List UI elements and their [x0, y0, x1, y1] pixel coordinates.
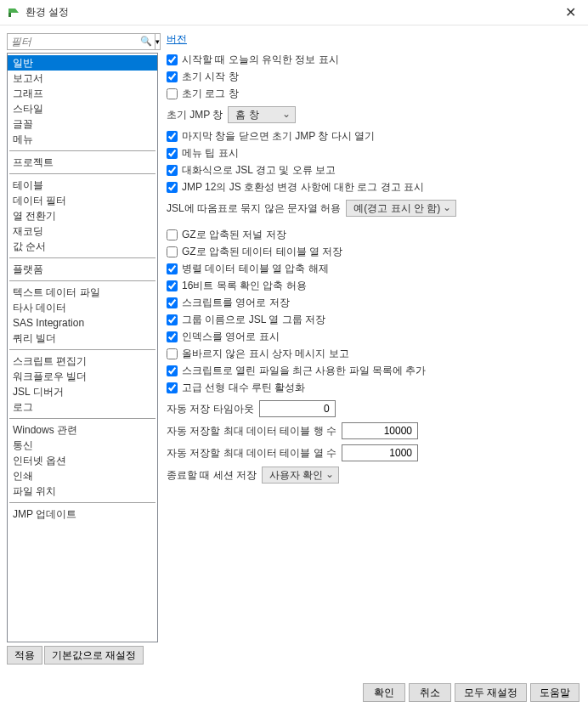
checkbox-row: 16비트 목록 확인 압축 허용: [167, 278, 581, 293]
option-checkbox[interactable]: [167, 88, 178, 99]
initial-window-select[interactable]: 홈 창: [228, 106, 296, 123]
jsl-quote-label: JSL에 따옴표로 묶지 않은 문자열 허용: [167, 201, 341, 216]
autosave-cols-label: 자동 저장할 최대 데이터 테이블 열 수: [167, 446, 336, 461]
category-item[interactable]: 그래프: [8, 86, 157, 101]
option-checkbox[interactable]: [167, 131, 178, 142]
help-button[interactable]: 도움말: [530, 683, 580, 702]
apply-button[interactable]: 적용: [7, 646, 42, 665]
filter-input[interactable]: [7, 33, 155, 50]
autosave-cols-input[interactable]: [342, 444, 418, 461]
category-item[interactable]: 스타일: [8, 101, 157, 116]
option-checkbox[interactable]: [167, 365, 178, 376]
category-item[interactable]: 플랫폼: [8, 262, 157, 277]
svg-marker-0: [8, 8, 19, 13]
option-label: 인덱스를 영어로 표시: [182, 329, 280, 344]
option-label: 16비트 목록 확인 압축 허용: [182, 278, 307, 293]
autosave-rows-label: 자동 저장할 최대 데이터 테이블 행 수: [167, 424, 336, 438]
settings-panel: 버전 시작할 때 오늘의 유익한 정보 표시초기 시작 창초기 로그 창 초기 …: [167, 32, 581, 665]
option-label: 마지막 창을 닫으면 초기 JMP 창 다시 열기: [182, 128, 375, 144]
option-checkbox[interactable]: [167, 165, 178, 176]
option-label: 초기 시작 창: [182, 69, 239, 84]
category-item[interactable]: 인쇄: [8, 468, 157, 484]
category-item[interactable]: 열 전환기: [8, 208, 157, 223]
checkbox-row: 스크립트로 열린 파일을 최근 사용한 파일 목록에 추가: [167, 363, 581, 378]
checkbox-row: 대화식으로 JSL 경고 및 오류 보고: [167, 162, 581, 178]
option-label: 그룹 이름으로 JSL 열 그룹 저장: [182, 312, 325, 327]
category-item[interactable]: 값 순서: [8, 239, 157, 254]
category-item[interactable]: 인터넷 옵션: [8, 453, 157, 468]
category-item[interactable]: Windows 관련: [8, 422, 157, 438]
checkbox-row: 마지막 창을 닫으면 초기 JMP 창 다시 열기: [167, 128, 581, 144]
option-checkbox[interactable]: [167, 182, 178, 193]
session-save-select[interactable]: 사용자 확인: [262, 467, 339, 484]
option-checkbox[interactable]: [167, 331, 178, 342]
category-list[interactable]: 일반보고서그래프스타일글꼴메뉴프로젝트테이블데이터 필터열 전환기재코딩값 순서…: [7, 53, 158, 642]
cancel-button[interactable]: 취소: [409, 683, 451, 702]
category-item[interactable]: 재코딩: [8, 223, 157, 239]
option-checkbox[interactable]: [167, 246, 178, 257]
checkbox-row: 시작할 때 오늘의 유익한 정보 표시: [167, 52, 581, 67]
autosave-timeout-label: 자동 저장 타임아웃: [167, 402, 254, 416]
option-checkbox[interactable]: [167, 382, 178, 393]
category-item[interactable]: 일반: [8, 55, 157, 71]
checkbox-row: 초기 로그 창: [167, 86, 581, 101]
autosave-timeout-input[interactable]: [259, 400, 336, 417]
category-separator: [9, 173, 155, 174]
category-item[interactable]: 스크립트 편집기: [8, 354, 157, 369]
option-checkbox[interactable]: [167, 314, 178, 325]
category-item[interactable]: 텍스트 데이터 파일: [8, 285, 157, 300]
option-label: 시작할 때 오늘의 유익한 정보 표시: [182, 52, 339, 67]
option-label: GZ로 압축된 데이터 테이블 열 저장: [182, 244, 342, 259]
option-label: 스크립트로 열린 파일을 최근 사용한 파일 목록에 추가: [182, 363, 426, 378]
category-item[interactable]: 메뉴: [8, 132, 157, 147]
category-item[interactable]: 테이블: [8, 178, 157, 193]
category-item[interactable]: 보고서: [8, 71, 157, 86]
category-separator: [9, 280, 155, 281]
checkbox-row: 그룹 이름으로 JSL 열 그룹 저장: [167, 312, 581, 327]
initial-window-label: 초기 JMP 창: [167, 108, 223, 122]
checkbox-row: 병렬 데이터 테이블 열 압축 해제: [167, 261, 581, 276]
option-checkbox[interactable]: [167, 280, 178, 291]
category-separator: [9, 418, 155, 419]
option-checkbox[interactable]: [167, 71, 178, 82]
category-item[interactable]: 데이터 필터: [8, 193, 157, 208]
category-separator: [9, 150, 155, 151]
category-item[interactable]: SAS Integration: [8, 315, 157, 331]
autosave-rows-input[interactable]: [342, 422, 418, 439]
app-icon: [7, 6, 20, 20]
category-item[interactable]: JSL 디버거: [8, 384, 157, 399]
option-label: 대화식으로 JSL 경고 및 오류 보고: [182, 162, 336, 178]
category-item[interactable]: 파일 위치: [8, 484, 157, 499]
option-checkbox[interactable]: [167, 297, 178, 308]
option-checkbox[interactable]: [167, 348, 178, 359]
option-label: 스크립트를 영어로 저장: [182, 295, 290, 310]
option-label: 고급 선형 대수 루틴 활성화: [182, 380, 305, 395]
category-item[interactable]: 워크플로우 빌더: [8, 369, 157, 384]
category-item[interactable]: JMP 업데이트: [8, 506, 157, 522]
jsl-quote-select[interactable]: 예(경고 표시 안 함): [346, 200, 456, 217]
option-label: JMP 12의 JS 호환성 변경 사항에 대한 로그 경고 표시: [182, 179, 424, 195]
session-save-label: 종료할 때 세션 저장: [167, 468, 257, 483]
ok-button[interactable]: 확인: [363, 683, 405, 702]
filter-dropdown-button[interactable]: ▾: [155, 33, 161, 50]
category-item[interactable]: 타사 데이터: [8, 300, 157, 315]
category-item[interactable]: 프로젝트: [8, 155, 157, 170]
category-item[interactable]: 쿼리 빌더: [8, 331, 157, 346]
checkbox-row: 인덱스를 영어로 표시: [167, 329, 581, 344]
reset-defaults-button[interactable]: 기본값으로 재설정: [44, 646, 144, 665]
category-separator: [9, 349, 155, 350]
option-checkbox[interactable]: [167, 229, 178, 240]
category-separator: [9, 257, 155, 258]
close-icon[interactable]: ✕: [560, 3, 581, 22]
option-checkbox[interactable]: [167, 148, 178, 159]
option-checkbox[interactable]: [167, 54, 178, 65]
checkbox-row: 올바르지 않은 표시 상자 메시지 보고: [167, 346, 581, 361]
version-link[interactable]: 버전: [167, 32, 187, 47]
category-item[interactable]: 글꼴: [8, 116, 157, 132]
option-label: 병렬 데이터 테이블 열 압축 해제: [182, 261, 329, 276]
option-checkbox[interactable]: [167, 263, 178, 274]
category-item[interactable]: 로그: [8, 399, 157, 415]
category-item[interactable]: 통신: [8, 438, 157, 453]
title-bar: 환경 설정 ✕: [0, 0, 588, 25]
reset-all-button[interactable]: 모두 재설정: [455, 683, 527, 702]
